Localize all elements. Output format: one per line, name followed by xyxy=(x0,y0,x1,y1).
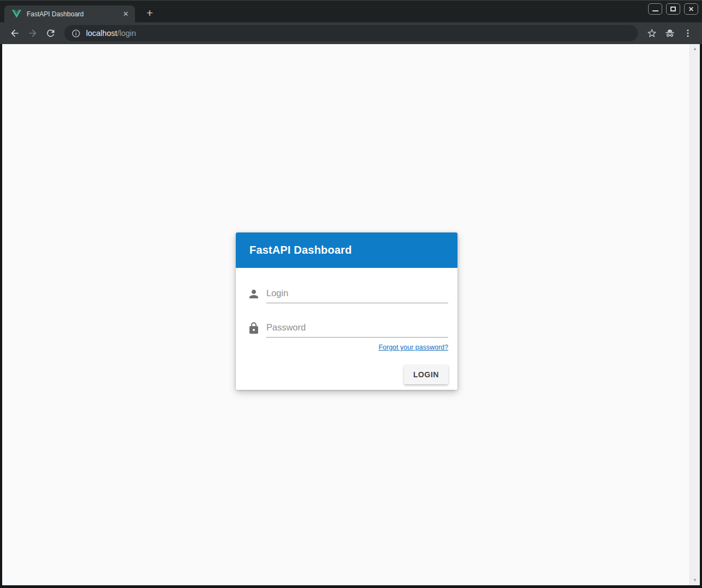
person-icon xyxy=(247,287,260,301)
lock-icon xyxy=(247,322,260,335)
password-field-row xyxy=(247,321,448,338)
forward-arrow-icon xyxy=(27,28,38,39)
bookmark-star-icon xyxy=(646,28,657,39)
tab-close-icon[interactable]: ✕ xyxy=(121,9,131,19)
password-input[interactable] xyxy=(266,321,448,337)
reload-button[interactable] xyxy=(41,24,59,42)
tab-title: FastAPI Dashboard xyxy=(27,10,121,18)
menu-button[interactable] xyxy=(679,24,697,42)
maximize-button[interactable] xyxy=(666,3,680,15)
login-input-underline xyxy=(266,287,448,303)
vue-favicon-icon xyxy=(12,10,21,18)
login-card-body: Forgot your password? LOGIN xyxy=(236,287,457,390)
login-card-header: FastAPI Dashboard xyxy=(236,232,457,268)
address-bar[interactable]: localhost/login xyxy=(64,25,638,41)
scroll-down-icon[interactable]: ▼ xyxy=(690,578,700,583)
bookmark-button[interactable] xyxy=(643,24,661,42)
browser-toolbar: localhost/login xyxy=(0,22,702,44)
browser-tab[interactable]: FastAPI Dashboard ✕ xyxy=(4,5,135,22)
url-host: localhost xyxy=(86,29,117,38)
page-scrollbar[interactable]: ▲ ▼ xyxy=(689,44,700,585)
login-field-row xyxy=(247,287,448,303)
close-icon: ✕ xyxy=(688,6,694,13)
browser-window: FastAPI Dashboard ✕ + ✕ localhost/login xyxy=(0,0,702,588)
reload-icon xyxy=(45,28,56,39)
login-card: FastAPI Dashboard xyxy=(236,232,457,390)
forgot-password-row: Forgot your password? xyxy=(247,342,448,352)
titlebar: FastAPI Dashboard ✕ + ✕ xyxy=(0,0,702,22)
page-info-icon[interactable] xyxy=(71,29,81,38)
minimize-icon xyxy=(652,10,658,11)
back-arrow-icon xyxy=(9,28,20,39)
page-title: FastAPI Dashboard xyxy=(249,244,352,256)
incognito-icon xyxy=(664,27,676,39)
url-path: /login xyxy=(117,29,136,38)
maximize-icon xyxy=(670,7,676,11)
close-button[interactable]: ✕ xyxy=(684,3,698,15)
back-button[interactable] xyxy=(5,24,23,42)
incognito-indicator xyxy=(661,24,679,42)
page-content: FastAPI Dashboard xyxy=(2,44,700,585)
kebab-menu-icon xyxy=(683,28,693,38)
login-input[interactable] xyxy=(266,287,448,303)
window-controls: ✕ xyxy=(648,3,698,15)
minimize-button[interactable] xyxy=(648,3,662,15)
password-input-underline xyxy=(266,321,448,338)
login-button[interactable]: LOGIN xyxy=(404,365,448,384)
forgot-password-link[interactable]: Forgot your password? xyxy=(379,344,448,351)
forward-button[interactable] xyxy=(23,24,41,42)
card-actions: LOGIN xyxy=(247,365,448,384)
scroll-up-icon[interactable]: ▲ xyxy=(690,47,700,51)
new-tab-button[interactable]: + xyxy=(142,5,158,21)
